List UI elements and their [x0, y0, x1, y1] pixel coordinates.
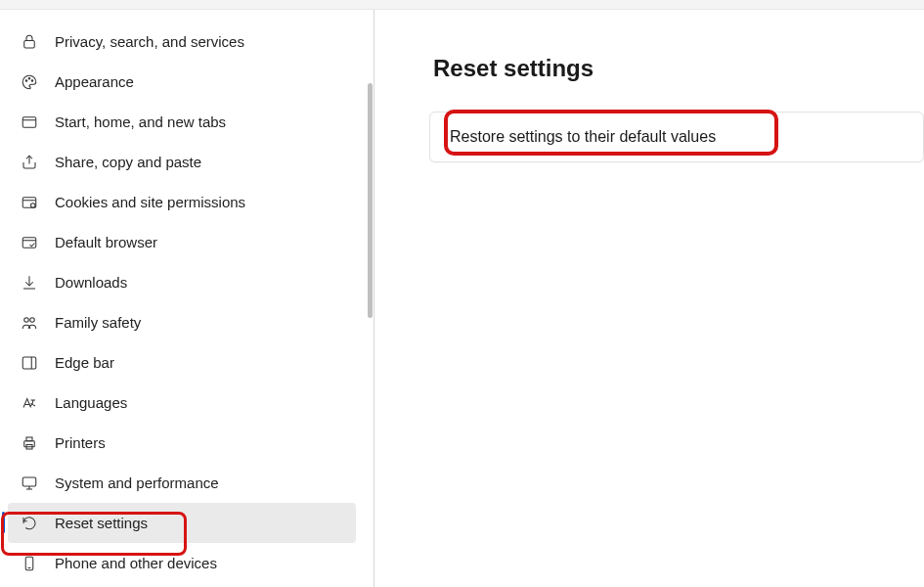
sidebar-item-label: Start, home, and new tabs: [55, 113, 226, 130]
restore-defaults-button[interactable]: Restore settings to their default values: [429, 112, 924, 162]
restore-defaults-label: Restore settings to their default values: [450, 128, 716, 145]
share-icon: [20, 153, 39, 172]
sidebar-item-label: Default browser: [55, 234, 157, 250]
sidebar-item-cookies[interactable]: Cookies and site permissions: [8, 182, 356, 222]
sidebar-item-languages[interactable]: Languages: [8, 383, 356, 423]
language-icon: [20, 393, 39, 413]
sidebar-item-default-browser[interactable]: Default browser: [8, 222, 356, 262]
sidebar-item-label: Reset settings: [55, 515, 148, 531]
sidebar-item-label: Privacy, search, and services: [55, 33, 244, 50]
settings-main-panel: Reset settings Restore settings to their…: [374, 10, 924, 587]
sidebar-item-edgebar[interactable]: Edge bar: [8, 342, 356, 383]
sidebar-item-label: Edge bar: [55, 354, 114, 371]
browser-check-icon: [20, 233, 39, 252]
sidebar-item-label: System and performance: [55, 474, 219, 491]
settings-nav-list: Privacy, search, and services Appearance…: [8, 22, 356, 583]
tab-icon: [20, 113, 39, 132]
sidebar-item-appearance[interactable]: Appearance: [8, 62, 356, 102]
svg-point-3: [31, 79, 33, 81]
settings-layout: Privacy, search, and services Appearance…: [0, 10, 924, 587]
settings-sidebar: Privacy, search, and services Appearance…: [0, 10, 374, 587]
svg-point-13: [24, 317, 29, 322]
sidebar-item-share[interactable]: Share, copy and paste: [8, 142, 356, 182]
monitor-icon: [20, 474, 39, 493]
svg-rect-0: [24, 40, 35, 48]
sidebar-layout-icon: [20, 353, 39, 373]
window-toolbar-area: [0, 0, 924, 10]
svg-rect-18: [24, 440, 35, 446]
sidebar-item-downloads[interactable]: Downloads: [8, 262, 356, 302]
sidebar-item-label: Share, copy and paste: [55, 154, 201, 170]
svg-rect-10: [22, 237, 36, 248]
family-icon: [20, 313, 39, 333]
sidebar-item-privacy[interactable]: Privacy, search, and services: [8, 22, 356, 62]
sidebar-item-label: Downloads: [55, 274, 127, 291]
svg-rect-15: [22, 357, 36, 369]
svg-rect-19: [26, 437, 32, 441]
sidebar-item-label: Languages: [55, 394, 127, 411]
svg-point-9: [31, 203, 36, 207]
sidebar-item-phone[interactable]: Phone and other devices: [8, 543, 356, 583]
sidebar-item-start[interactable]: Start, home, and new tabs: [8, 102, 356, 142]
sidebar-item-label: Printers: [55, 434, 106, 451]
svg-rect-4: [22, 116, 36, 127]
palette-icon: [20, 72, 39, 92]
svg-point-14: [30, 317, 35, 322]
svg-rect-7: [22, 197, 36, 207]
sidebar-item-family[interactable]: Family safety: [8, 302, 356, 342]
cookies-settings-icon: [20, 193, 39, 212]
sidebar-item-printers[interactable]: Printers: [8, 423, 356, 463]
sidebar-item-system[interactable]: System and performance: [8, 463, 356, 503]
page-title: Reset settings: [433, 55, 924, 82]
sidebar-item-label: Phone and other devices: [55, 555, 217, 571]
svg-point-2: [28, 77, 30, 79]
printer-icon: [20, 433, 39, 453]
lock-icon: [20, 32, 39, 52]
phone-icon: [20, 554, 39, 573]
download-icon: [20, 273, 39, 293]
sidebar-item-label: Family safety: [55, 314, 141, 331]
sidebar-item-label: Cookies and site permissions: [55, 194, 245, 210]
sidebar-item-label: Appearance: [55, 73, 134, 90]
reset-icon: [20, 514, 39, 533]
svg-rect-21: [22, 477, 36, 486]
svg-point-1: [25, 79, 27, 81]
sidebar-item-reset[interactable]: Reset settings: [8, 503, 356, 543]
